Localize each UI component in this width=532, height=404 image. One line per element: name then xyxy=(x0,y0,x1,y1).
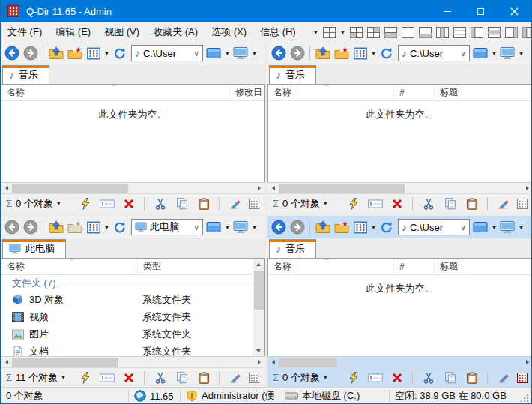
scrollbar-track[interactable] xyxy=(279,357,522,368)
file-row-pictures[interactable]: 图片 系统文件夹 xyxy=(1,325,264,343)
column-header-title[interactable]: 标题 xyxy=(435,259,532,274)
refresh-button[interactable] xyxy=(112,220,128,235)
views-button[interactable] xyxy=(85,220,101,235)
cut-button[interactable] xyxy=(420,196,436,211)
edit-attributes-button[interactable] xyxy=(495,196,511,211)
layout-quad-icon[interactable] xyxy=(323,27,336,38)
menu-view[interactable]: 视图 (V) xyxy=(97,22,146,42)
edit-attributes-button[interactable] xyxy=(227,370,243,385)
file-row-3d-objects[interactable]: 3D 对象 系统文件夹 xyxy=(1,291,264,308)
cut-button[interactable] xyxy=(420,370,436,385)
paste-button[interactable] xyxy=(464,196,480,211)
address-combobox[interactable]: ♪ C:\User ∨ xyxy=(398,219,470,235)
scroll-up-button[interactable] xyxy=(253,259,265,270)
layout-icon-9[interactable] xyxy=(488,27,501,38)
column-header-name[interactable]: 名称 xyxy=(268,85,394,100)
back-button[interactable] xyxy=(270,220,286,235)
layout-dropdown-arrow[interactable]: ▼ xyxy=(340,30,345,35)
delete-button[interactable] xyxy=(389,196,405,211)
scrollbar-thumb[interactable] xyxy=(279,358,337,367)
back-button[interactable] xyxy=(270,46,286,61)
qdir-grid-icon[interactable] xyxy=(249,373,259,383)
globe-dropdown-arrow[interactable]: ▼ xyxy=(313,30,318,35)
views-dropdown-arrow[interactable]: ▼ xyxy=(104,225,109,230)
views-button[interactable] xyxy=(352,46,368,61)
scroll-right-button[interactable] xyxy=(253,183,265,194)
rename-button[interactable] xyxy=(367,196,383,211)
views-button[interactable] xyxy=(85,46,101,61)
scrollbar-track[interactable] xyxy=(253,270,265,345)
layout-icon-5[interactable] xyxy=(419,27,432,38)
scroll-left-button[interactable] xyxy=(1,183,12,194)
column-header-number[interactable]: # xyxy=(394,85,435,100)
delete-button[interactable] xyxy=(121,370,136,385)
scroll-right-button[interactable] xyxy=(253,357,265,368)
menu-edit[interactable]: 编辑 (E) xyxy=(49,22,97,42)
copy-button[interactable] xyxy=(442,370,458,385)
scroll-right-button[interactable] xyxy=(522,183,532,194)
folder-panel-button[interactable] xyxy=(206,46,222,61)
refresh-button[interactable] xyxy=(379,220,395,235)
copy-button[interactable] xyxy=(442,196,458,211)
refresh-button[interactable] xyxy=(112,46,128,61)
copy-button[interactable] xyxy=(174,370,190,385)
object-count[interactable]: 0 个对象 xyxy=(282,197,320,211)
rename-button[interactable] xyxy=(367,370,383,385)
scrollbar-thumb[interactable] xyxy=(12,184,128,193)
scroll-left-button[interactable] xyxy=(1,357,12,368)
scroll-down-button[interactable] xyxy=(253,345,265,356)
tab-music[interactable]: ♪ 音乐 xyxy=(2,65,49,84)
new-folder-button[interactable] xyxy=(67,220,82,235)
quick-action-button[interactable] xyxy=(77,196,93,211)
layout-icon-1[interactable] xyxy=(350,27,363,38)
count-dropdown-arrow[interactable]: ▾ xyxy=(57,200,61,207)
views-dropdown-arrow[interactable]: ▼ xyxy=(371,225,376,230)
paste-button[interactable] xyxy=(196,370,211,385)
object-count[interactable]: 11 个对象 xyxy=(16,371,58,385)
tab-this-pc[interactable]: 此电脑 xyxy=(2,239,66,258)
menu-info[interactable]: 信息 (H) xyxy=(253,22,303,42)
desktop-button[interactable] xyxy=(500,46,516,61)
titlebar[interactable]: Q-Dir 11.65 - Admin xyxy=(1,0,531,22)
column-header-type[interactable]: 类型 xyxy=(138,259,264,274)
count-dropdown-arrow[interactable]: ▾ xyxy=(324,374,327,381)
cut-button[interactable] xyxy=(152,370,168,385)
column-header-name[interactable]: 名称 xyxy=(1,259,138,274)
scrollbar-track[interactable] xyxy=(279,183,522,194)
edit-attributes-button[interactable] xyxy=(227,196,243,211)
forward-button[interactable] xyxy=(289,220,305,235)
layout-icon-3[interactable] xyxy=(384,27,397,38)
column-header-modified[interactable]: 修改日 xyxy=(230,85,264,100)
desktop-button[interactable] xyxy=(233,220,249,235)
column-header-name[interactable]: 名称 xyxy=(268,259,394,274)
count-dropdown-arrow[interactable]: ▾ xyxy=(61,374,65,381)
parent-folder-button[interactable] xyxy=(315,46,330,61)
column-header-title[interactable]: 标题 xyxy=(435,85,532,100)
forward-button[interactable] xyxy=(22,46,38,61)
desktop-dropdown-arrow[interactable]: ▼ xyxy=(519,51,524,56)
back-button[interactable] xyxy=(4,46,19,61)
tab-music[interactable]: ♪ 音乐 xyxy=(269,65,316,84)
address-combobox[interactable]: 此电脑 ∨ xyxy=(131,219,203,235)
maximize-button[interactable] xyxy=(464,0,498,22)
qdir-grid-icon[interactable] xyxy=(517,199,528,209)
views-button[interactable] xyxy=(352,220,368,235)
folder-panel-dropdown-arrow[interactable]: ▼ xyxy=(225,51,230,56)
parent-folder-button[interactable] xyxy=(315,220,330,235)
menu-favorites[interactable]: 收藏夹 (A) xyxy=(146,22,205,42)
delete-button[interactable] xyxy=(121,196,136,211)
paste-button[interactable] xyxy=(196,196,211,211)
new-folder-button[interactable] xyxy=(333,46,349,61)
rename-button[interactable] xyxy=(99,370,115,385)
menu-file[interactable]: 文件 (F) xyxy=(1,22,49,42)
delete-button[interactable] xyxy=(389,370,405,385)
layout-icon-7[interactable] xyxy=(453,27,466,38)
column-header-number[interactable]: # xyxy=(394,259,435,274)
layout-icon-8[interactable] xyxy=(471,27,483,38)
address-combobox[interactable]: ♪ C:\User ∨ xyxy=(398,45,470,61)
minimize-button[interactable] xyxy=(430,0,464,22)
edit-attributes-button[interactable] xyxy=(495,370,511,385)
group-header-folders[interactable]: 文件夹 (7) xyxy=(1,275,264,291)
object-count[interactable]: 0 个对象 xyxy=(16,197,53,211)
new-folder-button[interactable] xyxy=(333,220,349,235)
